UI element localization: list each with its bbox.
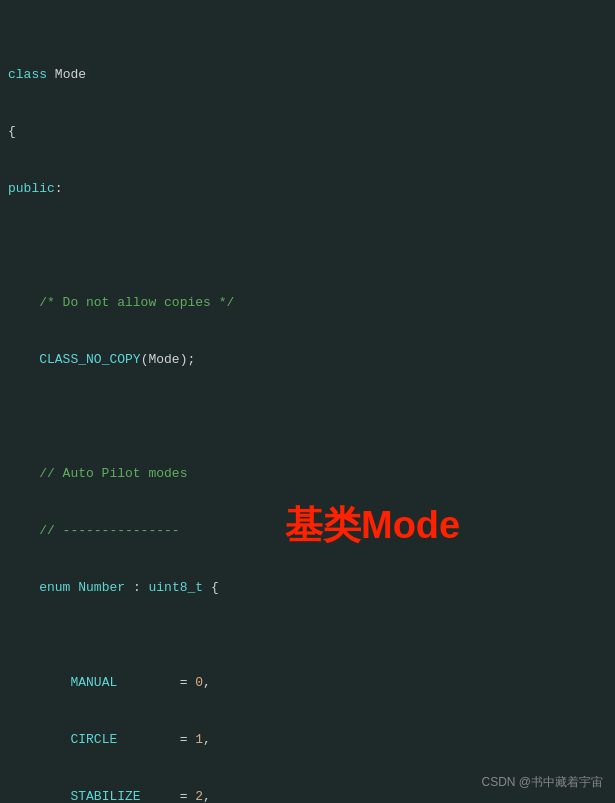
line-class-no-copy: CLASS_NO_COPY(Mode); [0,350,615,369]
line-empty2 [0,407,615,426]
line-public: public: [0,179,615,198]
line-brace-open: { [0,122,615,141]
line-empty1 [0,236,615,255]
line-comment2: // Auto Pilot modes [0,464,615,483]
enum-manual: MANUAL = 0, [0,673,615,692]
enum-circle: CIRCLE = 1, [0,730,615,749]
watermark: CSDN @书中藏着宇宙 [481,774,603,791]
line-comment1: /* Do not allow copies */ [0,293,615,312]
line-comment3: // --------------- [0,521,615,540]
code-block: class Mode { public: /* Do not allow cop… [0,0,615,803]
line-enum-decl: enum Number : uint8_t { [0,578,615,597]
line-class: class Mode [0,65,615,84]
